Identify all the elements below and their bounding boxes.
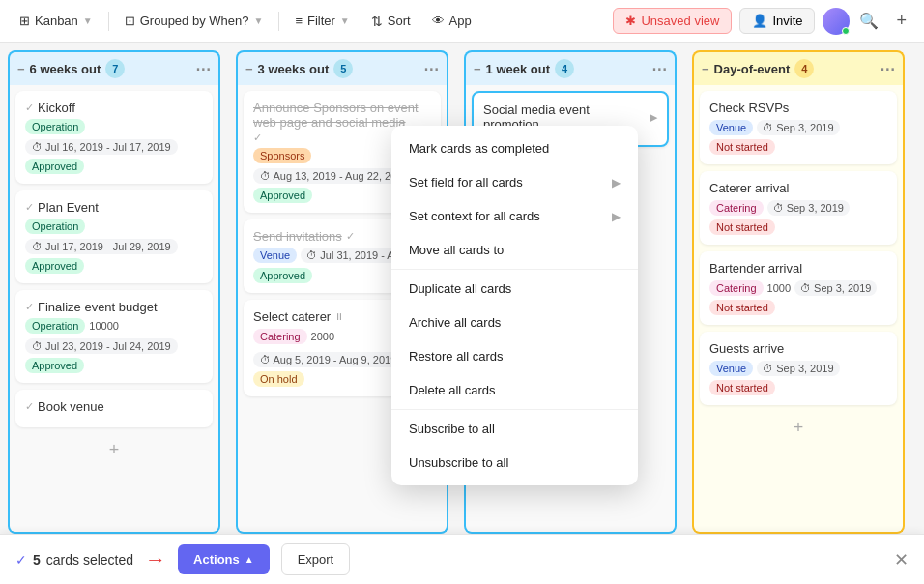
column-header-3w: − 3 weeks out 5 ⋯ bbox=[236, 50, 448, 85]
number-budget: 10000 bbox=[89, 320, 119, 332]
card-finalize-budget[interactable]: ✓ Finalize event budget Operation 10000 … bbox=[15, 290, 213, 383]
col-more-6w[interactable]: ⋯ bbox=[195, 60, 211, 78]
menu-label-archive: Archive all cards bbox=[409, 315, 501, 330]
col-more-3w[interactable]: ⋯ bbox=[423, 60, 439, 78]
card-kickoff[interactable]: ✓ Kickoff Operation ⏱ Jul 16, 2019 - Jul… bbox=[15, 91, 213, 184]
filter-button[interactable]: ≡ Filter ▼ bbox=[285, 9, 359, 33]
tag-catering-caterer: Catering bbox=[253, 329, 307, 344]
date-caterer: ⏱ Aug 5, 2019 - Aug 9, 2019 bbox=[253, 352, 403, 367]
card-book-venue[interactable]: ✓ Book venue bbox=[15, 390, 213, 427]
collapse-icon-6w[interactable]: − bbox=[17, 62, 25, 76]
menu-item-set-context[interactable]: Set context for all cards ▶ bbox=[391, 199, 638, 233]
card-title-rsvps: Check RSVPs bbox=[709, 101, 887, 115]
date-kickoff: ⏱ Jul 16, 2019 - Jul 17, 2019 bbox=[25, 139, 178, 155]
card-plan-event[interactable]: ✓ Plan Event Operation ⏱ Jul 17, 2019 - … bbox=[15, 190, 213, 283]
selected-count-label: cards selected bbox=[46, 552, 133, 568]
group-icon: ⊡ bbox=[125, 14, 135, 28]
invite-button[interactable]: 👤 Invite bbox=[739, 8, 815, 34]
search-button[interactable]: 🔍 bbox=[852, 7, 886, 35]
menu-item-archive[interactable]: Archive all cards bbox=[391, 306, 638, 339]
col-badge-doe: 4 bbox=[794, 59, 814, 78]
export-button[interactable]: Export bbox=[281, 543, 351, 575]
column-header-1w: − 1 week out 4 ⋯ bbox=[464, 50, 677, 85]
col-title-3w: 3 weeks out bbox=[258, 62, 330, 76]
menu-label-set-context: Set context for all cards bbox=[409, 209, 540, 223]
tag-sponsors: Sponsors bbox=[253, 148, 311, 163]
menu-item-delete[interactable]: Delete all cards bbox=[391, 373, 638, 407]
export-label: Export bbox=[298, 552, 334, 567]
unsaved-view-button[interactable]: ✱ Unsaved view bbox=[613, 8, 732, 34]
menu-label-mark-completed: Mark cards as completed bbox=[409, 141, 549, 156]
tag-catering-bartender: Catering bbox=[709, 280, 764, 296]
menu-label-restore: Restore all cards bbox=[409, 349, 504, 364]
col-badge-3w: 5 bbox=[333, 59, 353, 78]
menu-item-restore[interactable]: Restore all cards bbox=[391, 339, 638, 373]
arrow-icon-social: ▶ bbox=[650, 111, 657, 124]
actions-button[interactable]: Actions ▲ bbox=[178, 544, 270, 574]
add-card-6w[interactable]: + bbox=[15, 434, 213, 466]
filter-icon: ≡ bbox=[295, 14, 303, 28]
grouped-button[interactable]: ⊡ Grouped by When? ▼ bbox=[115, 9, 274, 33]
col-badge-6w: 7 bbox=[105, 59, 125, 78]
card-title-caterer-arrival: Caterer arrival bbox=[709, 181, 887, 195]
grouped-chevron-icon: ▼ bbox=[253, 15, 263, 26]
number-bartender: 1000 bbox=[767, 282, 791, 294]
col-title-6w: 6 weeks out bbox=[30, 62, 101, 76]
eye-icon: 👁 bbox=[432, 14, 445, 28]
col-more-doe[interactable]: ⋯ bbox=[880, 60, 895, 78]
add-view-button[interactable]: + bbox=[888, 6, 914, 36]
app-button[interactable]: 👁 App bbox=[422, 9, 481, 33]
collapse-icon-3w[interactable]: − bbox=[245, 62, 253, 76]
bottom-bar: ✓ 5 cards selected → Actions ▲ Export ✕ bbox=[0, 534, 924, 584]
unsaved-view-label: Unsaved view bbox=[641, 14, 719, 28]
kanban-icon: ⊞ bbox=[19, 14, 30, 28]
tag-venue-guests: Venue bbox=[709, 361, 753, 376]
collapse-icon-doe[interactable]: − bbox=[702, 62, 709, 76]
collapse-icon-1w[interactable]: − bbox=[474, 62, 481, 76]
menu-label-move-all: Move all cards to bbox=[409, 243, 504, 257]
divider-1 bbox=[108, 12, 109, 31]
menu-label-delete: Delete all cards bbox=[409, 383, 496, 397]
card-title-book: Book venue bbox=[38, 399, 104, 414]
column-body-doe: Check RSVPs Venue ⏱ Sep 3, 2019 Not star… bbox=[692, 85, 905, 534]
card-title-budget: Finalize event budget bbox=[38, 300, 158, 314]
chevron-right-set-context: ▶ bbox=[612, 210, 621, 223]
check-mark-icon: ✓ bbox=[15, 552, 27, 568]
date-guests: ⏱ Sep 3, 2019 bbox=[757, 361, 839, 376]
column-header-6w: − 6 weeks out 7 ⋯ bbox=[8, 50, 220, 85]
app-label: App bbox=[449, 14, 472, 28]
menu-item-move-all[interactable]: Move all cards to bbox=[391, 233, 638, 267]
selected-count-container: ✓ 5 cards selected bbox=[15, 552, 133, 568]
close-bottom-bar-button[interactable]: ✕ bbox=[894, 549, 909, 570]
selected-count-number: 5 bbox=[33, 552, 41, 568]
card-check-rsvps[interactable]: Check RSVPs Venue ⏱ Sep 3, 2019 Not star… bbox=[700, 91, 897, 164]
menu-item-mark-completed[interactable]: Mark cards as completed bbox=[391, 131, 638, 165]
kanban-button[interactable]: ⊞ Kanban ▼ bbox=[10, 9, 102, 33]
status-guests: Not started bbox=[709, 380, 775, 395]
menu-item-duplicate[interactable]: Duplicate all cards bbox=[391, 272, 638, 306]
topbar: ⊞ Kanban ▼ ⊡ Grouped by When? ▼ ≡ Filter… bbox=[0, 0, 924, 43]
menu-item-set-field[interactable]: Set field for all cards ▶ bbox=[391, 165, 638, 199]
col-more-1w[interactable]: ⋯ bbox=[651, 60, 667, 78]
star-icon: ✱ bbox=[625, 14, 636, 28]
menu-item-subscribe[interactable]: Subscribe to all bbox=[391, 412, 638, 446]
sort-button[interactable]: ⇅ Sort bbox=[361, 9, 420, 34]
card-bartender-arrival[interactable]: Bartender arrival Catering 1000 ⏱ Sep 3,… bbox=[700, 251, 897, 325]
date-rsvps: ⏱ Sep 3, 2019 bbox=[757, 120, 839, 135]
tag-venue-rsvps: Venue bbox=[709, 120, 753, 135]
menu-label-set-field: Set field for all cards bbox=[409, 175, 523, 190]
tags-kickoff: Operation bbox=[25, 119, 203, 134]
card-title-kickoff: Kickoff bbox=[38, 101, 75, 115]
col-badge-1w: 4 bbox=[555, 59, 574, 78]
status-rsvps: Not started bbox=[709, 139, 775, 155]
menu-divider-2 bbox=[391, 409, 638, 410]
card-guests-arrive[interactable]: Guests arrive Venue ⏱ Sep 3, 2019 Not st… bbox=[700, 332, 897, 405]
menu-item-unsubscribe[interactable]: Unsubscribe to all bbox=[391, 446, 638, 480]
card-title-caterer: Select caterer bbox=[253, 309, 331, 324]
actions-label: Actions bbox=[193, 552, 240, 567]
sort-icon: ⇅ bbox=[371, 14, 383, 29]
card-caterer-arrival[interactable]: Caterer arrival Catering ⏱ Sep 3, 2019 N… bbox=[700, 171, 897, 245]
card-title-plan: Plan Event bbox=[38, 200, 99, 215]
add-card-doe[interactable]: + bbox=[700, 412, 897, 444]
status-invitations: Approved bbox=[253, 268, 312, 283]
